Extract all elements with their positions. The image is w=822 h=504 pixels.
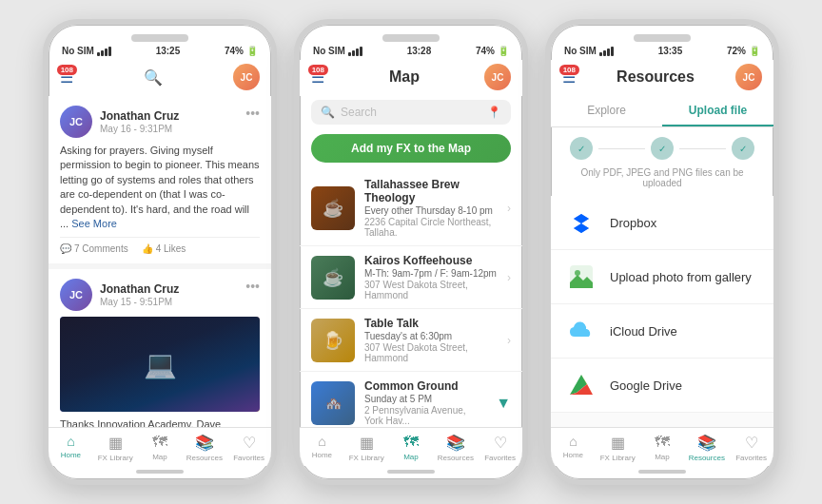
menu-button-2[interactable]: ☰ 108 <box>311 68 324 87</box>
status-bar-1: No SIM 13:25 74% 🔋 <box>49 25 271 60</box>
post-text: Asking for prayers. Giving myself permis… <box>60 144 260 231</box>
nav-resources[interactable]: 📚 Resources <box>684 434 729 462</box>
nav-map[interactable]: 🗺 Map <box>138 434 183 462</box>
post-more-button[interactable]: ••• <box>245 279 260 294</box>
battery-icon: 🔋 <box>498 46 509 56</box>
battery-1: 74% 🔋 <box>225 46 258 56</box>
nav-favorites[interactable]: ♡ Favorites <box>729 434 773 462</box>
avatar[interactable]: JC <box>484 64 511 90</box>
status-carrier-1: No SIM <box>62 46 111 56</box>
map-list-item[interactable]: ☕ Kairos Koffeehouse M-Th: 9am-7pm / F: … <box>300 246 522 309</box>
feed-header: ☰ 108 🔍 JC <box>49 60 271 96</box>
status-carrier-3: No SIM <box>564 46 614 56</box>
location-info: Tallahassee Brew Theology Every other Th… <box>364 178 498 238</box>
time-2: 13:28 <box>407 46 432 56</box>
dropbox-icon <box>566 207 597 238</box>
location-image: ☕ <box>311 256 355 300</box>
map-search-bar[interactable]: 🔍 Search 📍 <box>311 100 511 125</box>
location-name: Table Talk <box>364 317 498 330</box>
gdrive-option[interactable]: Google Drive <box>551 359 773 413</box>
nav-home[interactable]: ⌂ Home <box>49 434 93 462</box>
laptop-icon: 💻 <box>144 349 177 380</box>
nav-home[interactable]: ⌂ Home <box>300 434 344 462</box>
step-line <box>679 148 726 149</box>
likes-action[interactable]: 👍 4 Likes <box>142 243 186 254</box>
feed-post: JC Jonathan Cruz May 15 - 9:51PM ••• 💻 T… <box>49 269 271 427</box>
resources-tabs: Explore Upload file <box>551 96 773 127</box>
avatar[interactable]: JC <box>233 64 260 90</box>
upload-hint: Only PDF, JPEG and PNG files can be uplo… <box>551 165 773 196</box>
comments-action[interactable]: 💬 7 Comments <box>60 243 128 254</box>
post-time: May 15 - 9:51PM <box>100 297 179 307</box>
nav-fx-library[interactable]: ▦ FX Library <box>596 434 640 462</box>
location-address: 307 West Dakota Street, Hammond <box>364 280 498 300</box>
location-schedule: Sunday at 5 PM <box>364 394 486 404</box>
nav-resources[interactable]: 📚 Resources <box>433 434 478 462</box>
home-icon: ⌂ <box>318 434 325 449</box>
post-image: 💻 <box>60 317 260 412</box>
favorites-icon: ♡ <box>745 434 758 452</box>
battery-2: 74% 🔋 <box>476 46 509 56</box>
upload-steps: ✓ ✓ ✓ <box>551 127 773 165</box>
nav-map[interactable]: 🗺 Map <box>389 434 434 462</box>
post-user-details: Jonathan Cruz May 16 - 9:31PM <box>100 109 179 134</box>
search-location-icon: 📍 <box>487 106 501 119</box>
nav-home[interactable]: ⌂ Home <box>551 434 596 462</box>
nav-favorites[interactable]: ♡ Favorites <box>226 434 271 462</box>
time-1: 13:25 <box>156 46 181 56</box>
fx-library-icon: ▦ <box>108 434 123 452</box>
bottom-nav-3: ⌂ Home ▦ FX Library 🗺 Map 📚 Resources ♡ … <box>551 427 773 466</box>
step-1: ✓ <box>570 137 593 160</box>
post-header: JC Jonathan Cruz May 16 - 9:31PM ••• <box>60 106 260 138</box>
fx-library-icon: ▦ <box>360 434 374 452</box>
resources-icon: 📚 <box>195 434 214 452</box>
map-icon: 🗺 <box>152 434 167 451</box>
nav-map[interactable]: 🗺 Map <box>640 434 685 462</box>
gallery-icon <box>566 262 597 292</box>
location-info: Common Ground Sunday at 5 PM 2 Pennsylva… <box>364 379 486 426</box>
step-3: ✓ <box>732 137 754 160</box>
search-icon[interactable]: 🔍 <box>144 68 163 87</box>
tab-upload-file[interactable]: Upload file <box>662 96 773 126</box>
notification-badge: 108 <box>559 65 579 75</box>
avatar[interactable]: JC <box>735 64 762 90</box>
menu-button[interactable]: ☰ 108 <box>60 68 73 87</box>
map-list-item[interactable]: 🏘️ Common Ground Sunday at 5 PM 2 Pennsy… <box>300 372 522 427</box>
post-image-inner: 💻 <box>60 317 260 412</box>
icloud-option[interactable]: iCloud Drive <box>551 304 773 359</box>
location-address: 2236 Capital Circle Northeast, Tallaha. <box>364 217 498 238</box>
battery-3: 72% 🔋 <box>727 46 760 56</box>
nav-resources[interactable]: 📚 Resources <box>182 434 226 462</box>
home-indicator <box>551 466 773 479</box>
add-fx-button[interactable]: Add my FX to the Map <box>311 134 511 163</box>
post-time: May 16 - 9:31PM <box>100 124 179 134</box>
location-schedule: Every other Thursday 8-10 pm <box>364 205 498 216</box>
menu-button-3[interactable]: ☰ 108 <box>562 68 576 87</box>
search-placeholder: Search <box>341 106 481 119</box>
map-locations-list: ☕ Tallahassee Brew Theology Every other … <box>300 170 522 427</box>
map-list-item[interactable]: 🍺 Table Talk Tuesday's at 6:30pm 307 Wes… <box>300 309 522 372</box>
step-2: ✓ <box>651 137 674 160</box>
map-icon: 🗺 <box>655 434 670 451</box>
status-bar-2: No SIM 13:28 74% 🔋 <box>300 25 522 60</box>
phone-feed: No SIM 13:25 74% 🔋 ☰ 108 🔍 JC <box>43 19 277 485</box>
tab-explore[interactable]: Explore <box>551 96 662 126</box>
post-user-info: JC Jonathan Cruz May 15 - 9:51PM <box>60 279 179 311</box>
post-author: Jonathan Cruz <box>100 109 179 123</box>
nav-fx-library[interactable]: ▦ FX Library <box>344 434 389 462</box>
nav-fx-library[interactable]: ▦ FX Library <box>93 434 138 462</box>
home-indicator <box>300 466 522 479</box>
status-bar-3: No SIM 13:35 72% 🔋 <box>551 25 773 60</box>
dropbox-option[interactable]: Dropbox <box>551 196 773 250</box>
post-more-button[interactable]: ••• <box>245 106 260 121</box>
nav-favorites[interactable]: ♡ Favorites <box>478 434 522 462</box>
post-header: JC Jonathan Cruz May 15 - 9:51PM ••• <box>60 279 260 311</box>
map-header: ☰ 108 Map JC <box>300 60 522 96</box>
gallery-option[interactable]: Upload photo from gallery <box>551 250 773 304</box>
bottom-nav-2: ⌂ Home ▦ FX Library 🗺 Map 📚 Resources ♡ … <box>300 427 522 466</box>
feed-content: JC Jonathan Cruz May 16 - 9:31PM ••• Ask… <box>49 96 271 427</box>
map-list-item[interactable]: ☕ Tallahassee Brew Theology Every other … <box>300 170 522 246</box>
post-author: Jonathan Cruz <box>100 282 179 296</box>
see-more-link[interactable]: See More <box>71 218 117 229</box>
notification-badge: 108 <box>308 65 328 75</box>
